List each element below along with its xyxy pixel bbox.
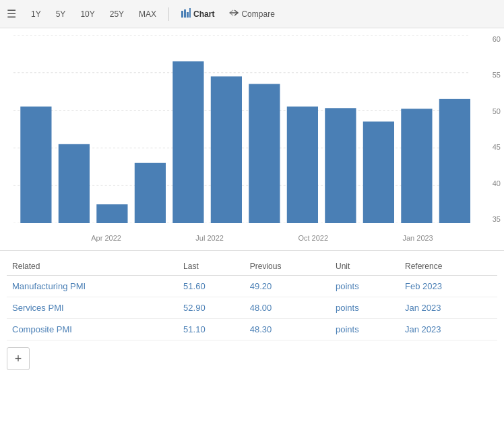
col-last: Last <box>178 258 245 276</box>
table-body: Manufacturing PMI 51.60 49.20 points Feb… <box>7 276 497 340</box>
bar-9 <box>325 108 356 223</box>
row3-related[interactable]: Composite PMI <box>7 319 178 340</box>
row1-related[interactable]: Manufacturing PMI <box>7 276 178 297</box>
add-button-area: + <box>0 340 504 377</box>
row3-reference: Jan 2023 <box>400 319 497 340</box>
data-table-section: Related Last Previous Unit Reference Man… <box>0 251 504 340</box>
svg-rect-1 <box>184 9 186 18</box>
svg-rect-3 <box>189 8 191 18</box>
bar-6 <box>211 76 242 223</box>
bar-5 <box>172 61 203 223</box>
row1-last: 51.60 <box>178 276 245 297</box>
row2-last: 52.90 <box>178 297 245 319</box>
svg-rect-0 <box>181 11 183 18</box>
table-header: Related Last Previous Unit Reference <box>7 258 497 276</box>
bar-10 <box>363 121 394 223</box>
compare-button-label: Compare <box>241 9 274 19</box>
bar-8 <box>287 107 318 223</box>
row1-previous: 49.20 <box>245 276 330 297</box>
add-button[interactable]: + <box>7 347 30 370</box>
bar-11 <box>401 109 432 223</box>
y-label-45: 45 <box>493 143 501 151</box>
x-label-oct: Oct 2022 <box>298 234 328 242</box>
y-label-60: 60 <box>493 35 501 43</box>
y-label-50: 50 <box>493 107 501 115</box>
toolbar-divider <box>168 7 169 21</box>
chart-view-button[interactable]: Chart <box>176 5 220 22</box>
svg-rect-2 <box>187 12 189 18</box>
row2-unit: points <box>330 297 400 319</box>
col-reference: Reference <box>400 258 497 276</box>
table-row: Manufacturing PMI 51.60 49.20 points Feb… <box>7 276 497 297</box>
bar-2 <box>59 144 90 223</box>
compare-button[interactable]: Compare <box>224 5 280 22</box>
x-axis: Apr 2022 Jul 2022 Oct 2022 Jan 2023 <box>13 234 470 242</box>
table-row: Services PMI 52.90 48.00 points Jan 2023 <box>7 297 497 319</box>
menu-icon[interactable]: ☰ <box>7 7 16 20</box>
row2-reference: Jan 2023 <box>400 297 497 319</box>
bar-1 <box>20 107 51 223</box>
row2-related[interactable]: Services PMI <box>7 297 178 319</box>
row1-unit: points <box>330 276 400 297</box>
time-button-max[interactable]: MAX <box>133 7 162 22</box>
bar-12 <box>439 99 470 223</box>
time-button-25y[interactable]: 25Y <box>104 7 129 22</box>
x-label-apr: Apr 2022 <box>91 234 121 242</box>
time-button-10y[interactable]: 10Y <box>75 7 100 22</box>
row3-unit: points <box>330 319 400 340</box>
col-previous: Previous <box>245 258 330 276</box>
chart-inner: 60 55 50 45 40 35 Apr 2022 Jul 2022 Oct … <box>13 35 470 223</box>
row3-last: 51.10 <box>178 319 245 340</box>
chart-area: 60 55 50 45 40 35 Apr 2022 Jul 2022 Oct … <box>0 28 504 251</box>
time-button-1y[interactable]: 1Y <box>26 7 46 22</box>
chart-button-label: Chart <box>193 9 214 19</box>
toolbar: ☰ 1Y 5Y 10Y 25Y MAX Chart Compare <box>0 0 504 28</box>
x-label-jul: Jul 2022 <box>195 234 224 242</box>
row3-previous: 48.30 <box>245 319 330 340</box>
x-label-jan: Jan 2023 <box>402 234 433 242</box>
col-related: Related <box>7 258 178 276</box>
chart-svg <box>13 35 470 223</box>
compare-icon <box>229 8 239 20</box>
row2-previous: 48.00 <box>245 297 330 319</box>
y-label-40: 40 <box>493 179 501 187</box>
row1-reference: Feb 2023 <box>400 276 497 297</box>
y-label-35: 35 <box>493 215 501 223</box>
table-row: Composite PMI 51.10 48.30 points Jan 202… <box>7 319 497 340</box>
time-button-5y[interactable]: 5Y <box>51 7 71 22</box>
y-label-55: 55 <box>493 71 501 79</box>
col-unit: Unit <box>330 258 400 276</box>
bar-4 <box>135 163 166 223</box>
y-axis: 60 55 50 45 40 35 <box>493 35 501 223</box>
bar-chart-icon <box>181 8 191 20</box>
bar-7 <box>249 84 280 223</box>
bar-3 <box>96 204 127 223</box>
table-header-row: Related Last Previous Unit Reference <box>7 258 497 276</box>
data-table: Related Last Previous Unit Reference Man… <box>7 258 497 340</box>
